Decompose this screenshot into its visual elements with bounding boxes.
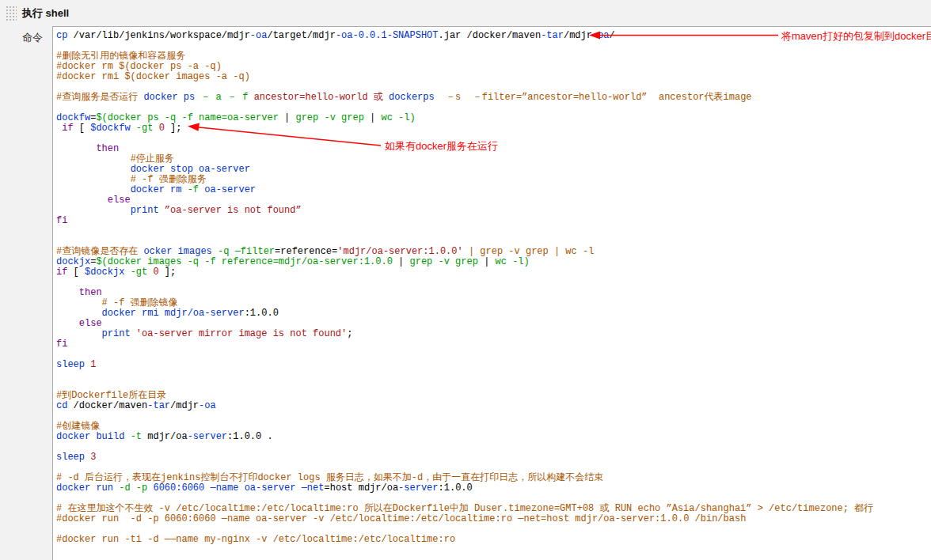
code-line [56, 370, 931, 380]
code-line [56, 350, 931, 360]
code-line [56, 442, 931, 452]
code-line: sleep 1 [56, 360, 931, 370]
code-line: print 'oa-server mirror image is not fou… [56, 329, 931, 339]
code-line: dockjx=$(docker images -q -f reference=m… [56, 257, 931, 267]
code-line: fi [56, 216, 931, 226]
code-line [56, 226, 931, 236]
code-line: #docker rmi $(docker images -a -q) [56, 72, 931, 82]
command-textarea[interactable]: cp /var/lib/jenkins/workspace/mdjr-oa/ta… [52, 26, 931, 560]
code-line [56, 411, 931, 422]
code-line: docker rmi mdjr/oa-server:1.0.0 [56, 308, 931, 319]
code-line: sleep 3 [56, 452, 931, 463]
code-line: #查询服务是否运行 docker ps － a － f ancestor=hel… [56, 93, 931, 103]
drag-handle-icon[interactable] [5, 5, 17, 21]
code-line: if [ $dockjx -gt 0 ]; [56, 267, 931, 278]
code-line: if [ $dockfw -gt 0 ]; [56, 123, 931, 134]
code-line: docker rm -f oa-server [56, 185, 931, 195]
code-line: cd /docker/maven-tar/mdjr-oa [56, 401, 931, 411]
annotation-text: 如果有docker服务在运行 [385, 139, 498, 153]
command-label: 命令 [22, 31, 43, 45]
code-line: #docker run -d -p 6060:6060 —name oa-ser… [56, 514, 931, 524]
code-line [56, 380, 931, 391]
code-line: #docker run -ti -d ——name my-nginx -v /e… [56, 535, 931, 545]
annotation-text: 将maven打好的包复制到docker目录 [781, 29, 931, 44]
step-header: 执行 shell [0, 0, 931, 26]
step-title: 执行 shell [22, 6, 69, 21]
code-line: then [56, 288, 931, 298]
code-line: dockfw=$(docker ps -q -f name=oa-server … [56, 113, 931, 123]
jenkins-execute-shell-step: { "header": { "title": "执行 shell" }, "co… [0, 0, 931, 560]
shell-script: cp /var/lib/jenkins/workspace/mdjr-oa/ta… [56, 31, 931, 545]
code-line: docker build -t mdjr/oa-server:1.0.0 . [56, 432, 931, 442]
code-line: fi [56, 339, 931, 350]
code-line: print ”oa-server is not found” [56, 206, 931, 216]
code-line [56, 278, 931, 288]
code-line: docker run -d -p 6060:6060 —name oa-serv… [56, 483, 931, 494]
